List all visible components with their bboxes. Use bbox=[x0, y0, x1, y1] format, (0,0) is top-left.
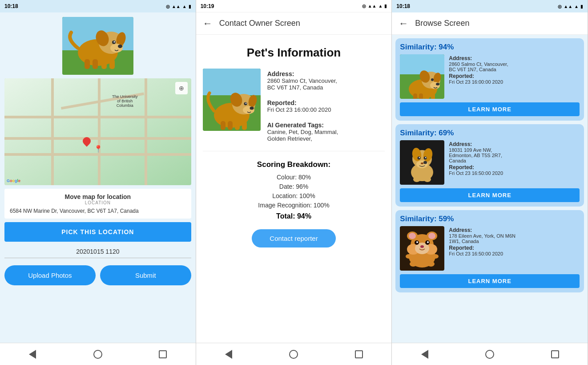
phone2: 10:19 ◎ ▲▲ ▲ ▮ ← Contact Owner Screen Pe… bbox=[196, 0, 392, 365]
map[interactable]: The Universityof BritishColumbia 📍 ⊕ Goo… bbox=[4, 78, 191, 185]
detail-dog-svg bbox=[203, 69, 261, 131]
learn-more-button-2[interactable]: LEARN MORE bbox=[400, 188, 580, 202]
location-icon: ◎ bbox=[166, 4, 170, 9]
result-address-label-3: Address: bbox=[449, 227, 580, 233]
home-circle-icon bbox=[93, 350, 102, 359]
svg-point-52 bbox=[421, 162, 423, 164]
time-1: 10:18 bbox=[4, 3, 18, 9]
result-reported-label-2: Reported: bbox=[449, 164, 580, 170]
result-address-1: 2860 Salmo Ct, Vancouver,BC V6T 1N7, Can… bbox=[449, 61, 580, 72]
date-score: Date: 96% bbox=[203, 183, 385, 190]
back-nav-button-3[interactable] bbox=[418, 348, 431, 361]
back-arrow-3[interactable]: ← bbox=[399, 18, 408, 29]
recents-nav-button-3[interactable] bbox=[548, 348, 562, 361]
recents-square-icon-3 bbox=[551, 350, 559, 358]
svg-rect-25 bbox=[228, 121, 233, 130]
svg-rect-13 bbox=[109, 59, 115, 69]
signal-icon-3: ▲▲ bbox=[564, 4, 572, 9]
pet-detail-row: Address: 2860 Salmo Ct, Vancouver,BC V6T… bbox=[203, 69, 385, 142]
total-score: Total: 94% bbox=[203, 212, 385, 220]
pet-detail-photo bbox=[203, 69, 261, 131]
home-circle-icon-3 bbox=[485, 350, 494, 359]
svg-rect-24 bbox=[221, 121, 226, 130]
contact-reporter-button[interactable]: Contact reporter bbox=[252, 229, 335, 247]
back-arrow-2[interactable]: ← bbox=[203, 18, 213, 29]
back-nav-button[interactable] bbox=[26, 348, 39, 361]
svg-point-69 bbox=[427, 241, 429, 243]
svg-point-22 bbox=[244, 102, 247, 105]
google-logo: Google bbox=[7, 178, 20, 183]
status-icons-3: ◎ ▲▲ ▲ ▮ bbox=[558, 4, 583, 9]
svg-point-67 bbox=[416, 241, 418, 243]
svg-point-35 bbox=[436, 83, 439, 85]
ai-tags-label: AI Generated Tags: bbox=[267, 122, 385, 129]
pet-photo bbox=[62, 17, 133, 75]
address-value: 2860 Salmo Ct, Vancouver,BC V6T 1N7, Can… bbox=[267, 77, 385, 91]
status-icons-2: ◎ ▲▲ ▲ ▮ bbox=[362, 4, 387, 8]
screen-title-3: Browse Screen bbox=[415, 19, 469, 28]
pin-head bbox=[81, 135, 93, 146]
status-bar-1: 10:18 ◎ ▲▲ ▲ ▮ bbox=[0, 0, 196, 12]
svg-point-51 bbox=[425, 157, 426, 158]
similarity-1: Similarity: 94% bbox=[400, 43, 580, 52]
signal-icon-2: ▲▲ bbox=[368, 4, 377, 8]
nav-bar-1 bbox=[0, 343, 196, 365]
scoring-section: Scoring Breakdown: Colour: 80% Date: 96%… bbox=[203, 151, 385, 220]
svg-point-72 bbox=[406, 254, 412, 259]
svg-point-73 bbox=[432, 254, 439, 259]
submit-button[interactable]: Submit bbox=[100, 265, 191, 285]
back-triangle-icon bbox=[29, 350, 36, 359]
home-circle-icon-2 bbox=[289, 350, 298, 359]
svg-point-70 bbox=[410, 261, 417, 267]
location-score: Location: 100% bbox=[203, 192, 385, 199]
result-address-label-2: Address: bbox=[449, 141, 580, 147]
svg-point-9 bbox=[113, 41, 115, 43]
location-box: Move map for location LOCATION 6584 NW M… bbox=[4, 189, 191, 219]
compass-button[interactable]: ⊕ bbox=[175, 82, 188, 94]
svg-rect-26 bbox=[235, 121, 240, 130]
date-field[interactable]: 20201015 1120 bbox=[4, 245, 191, 258]
scoring-title: Scoring Breakdown: bbox=[203, 160, 385, 169]
status-icons-1: ◎ ▲▲ ▲ ▮ bbox=[166, 4, 191, 9]
upload-photos-button[interactable]: Upload Photos bbox=[4, 265, 96, 285]
battery-icon-2: ▮ bbox=[384, 4, 387, 8]
colour-score: Colour: 80% bbox=[203, 174, 385, 181]
back-nav-button-2[interactable] bbox=[222, 348, 235, 361]
result-info-2: Address: 18031 109 Ave NW,Edmonton, AB T… bbox=[449, 140, 580, 185]
result-photo-2 bbox=[400, 140, 444, 185]
wifi-icon-3: ▲ bbox=[574, 4, 579, 9]
recents-nav-button[interactable] bbox=[156, 348, 169, 361]
phone1: 10:18 ◎ ▲▲ ▲ ▮ bbox=[0, 0, 196, 365]
svg-point-62 bbox=[409, 233, 416, 239]
result-reported-2: Fri Oct 23 16:50:00 2020 bbox=[449, 170, 580, 176]
map-label: The Universityof BritishColumbia bbox=[107, 94, 143, 108]
svg-point-48 bbox=[418, 157, 421, 160]
home-nav-button-3[interactable] bbox=[483, 348, 496, 361]
result-reported-label-1: Reported: bbox=[449, 73, 580, 79]
learn-more-button-3[interactable]: LEARN MORE bbox=[400, 274, 580, 288]
svg-rect-39 bbox=[425, 93, 429, 99]
svg-rect-15 bbox=[203, 69, 261, 95]
recents-square-icon-2 bbox=[355, 350, 363, 358]
phone1-content: The Universityof BritishColumbia 📍 ⊕ Goo… bbox=[0, 12, 196, 343]
home-nav-button[interactable] bbox=[91, 348, 105, 361]
reported-label: Reported: bbox=[267, 99, 385, 106]
learn-more-button-1[interactable]: LEARN MORE bbox=[400, 102, 580, 116]
pick-location-button[interactable]: PICK THIS LOCATION bbox=[4, 222, 191, 242]
result-card-3: Similarity: 59% bbox=[395, 210, 584, 292]
screen-title-2: Contact Owner Screen bbox=[219, 19, 300, 28]
result-hamster-svg bbox=[400, 226, 444, 271]
svg-point-50 bbox=[424, 157, 427, 160]
recents-nav-button-2[interactable] bbox=[352, 348, 366, 361]
svg-rect-10 bbox=[85, 59, 90, 69]
phone3-content: Similarity: 94% bbox=[392, 35, 588, 343]
svg-point-21 bbox=[250, 107, 254, 110]
location-icon-2: ◎ bbox=[362, 4, 366, 8]
bottom-buttons: Upload Photos Submit bbox=[4, 262, 191, 289]
result-card-2: Similarity: 69% bbox=[395, 124, 584, 207]
map-pin bbox=[83, 137, 91, 145]
home-nav-button-2[interactable] bbox=[287, 348, 300, 361]
svg-point-53 bbox=[413, 177, 420, 182]
back-triangle-icon-2 bbox=[225, 350, 232, 359]
wifi-icon: ▲ bbox=[182, 4, 187, 9]
